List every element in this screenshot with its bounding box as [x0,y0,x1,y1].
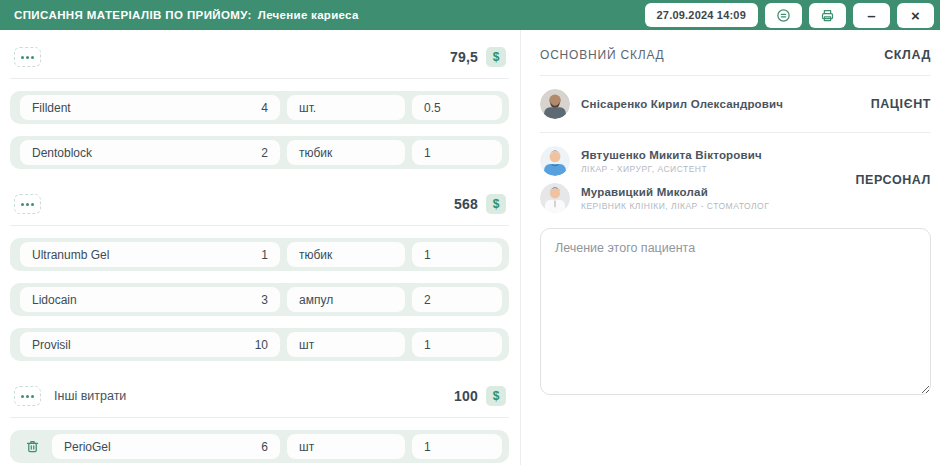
material-rate-field[interactable]: 1 [412,434,502,459]
staff-avatar [540,146,570,176]
material-name: Dentoblock [32,146,92,160]
warehouse-row: ОСНОВНИЙ СКЛАД СКЛАД [540,48,931,62]
material-row: Dentoblock 2 тюбик 1 [10,136,509,169]
staff-role: ЛІКАР - ХИРУРГ, АСИСТЕНТ [581,164,762,174]
close-button[interactable]: × [897,3,934,28]
material-unit-field[interactable]: шт [287,332,405,357]
procedure-name: Лечение кариеса [258,9,359,21]
material-name-field[interactable]: Lidocain 3 [20,287,280,312]
currency-badge: $ [486,386,506,406]
material-rate-field[interactable]: 1 [412,332,502,357]
material-qty: 4 [261,101,268,115]
details-panel: ОСНОВНИЙ СКЛАД СКЛАД Снісаренко Кирил Ол… [521,30,940,465]
material-row: PerioGel 6 шт 1 [10,430,509,463]
warehouse-name[interactable]: ОСНОВНИЙ СКЛАД [540,48,665,62]
group-header: 79,5 $ [10,45,509,69]
print-button[interactable] [809,3,846,28]
equals-circle-icon [776,8,791,23]
group-amount: 568 [454,196,478,212]
material-qty: 6 [261,440,268,454]
material-row: Ultranumb Gel 1 тюбик 1 [10,238,509,271]
writeoff-window: СПИСАННЯ МАТЕРІАЛІВ ПО ПРИЙОМУ: Лечение … [0,0,940,465]
group-label: Інші витрати [54,389,126,403]
material-name-field[interactable]: Provisil 10 [20,332,280,357]
window-title: СПИСАННЯ МАТЕРІАЛІВ ПО ПРИЙОМУ: [14,9,252,21]
material-name: PerioGel [64,440,111,454]
staff-info: Муравицкий Миколай КЕРІВНИК КЛІНІКИ, ЛІК… [581,186,769,211]
patient-avatar [540,89,570,119]
group-options-button[interactable] [14,386,41,406]
material-name-field[interactable]: Filldent 4 [20,95,280,120]
material-qty: 3 [261,293,268,307]
titlebar-controls: 27.09.2024 14:09 – × [645,3,934,28]
divider [540,132,931,133]
minimize-button[interactable]: – [853,3,890,28]
materials-panel: 79,5 $ Filldent 4 шт. 0.5 Dentoblock 2 [0,30,521,465]
material-qty: 10 [255,338,268,352]
group-header: Інші витрати 100 $ [10,384,509,408]
warehouse-label: СКЛАД [884,48,931,62]
divider [540,75,931,76]
patient-row[interactable]: Снісаренко Кирил Олександрович ПАЦІЄНТ [540,89,931,119]
material-rate-field[interactable]: 2 [412,287,502,312]
group-header: 568 $ [10,192,509,216]
notes-button[interactable] [765,3,802,28]
titlebar: СПИСАННЯ МАТЕРІАЛІВ ПО ПРИЙОМУ: Лечение … [0,0,940,30]
datetime-field[interactable]: 27.09.2024 14:09 [645,3,758,27]
material-group-2: 568 $ Ultranumb Gel 1 тюбик 1 Lidocain 3 [10,192,509,361]
staff-info: Явтушенко Микита Вікторович ЛІКАР - ХИРУ… [581,149,762,174]
staff-row[interactable]: Явтушенко Микита Вікторович ЛІКАР - ХИРУ… [540,146,931,176]
material-qty: 1 [261,248,268,262]
divider [10,225,509,226]
group-options-button[interactable] [14,194,41,214]
material-name: Ultranumb Gel [32,248,109,262]
material-unit-field[interactable]: тюбик [287,140,405,165]
group-amount: 79,5 [450,49,478,65]
divider [10,417,509,418]
staff-name: Муравицкий Миколай [581,186,769,198]
material-name-field[interactable]: Dentoblock 2 [20,140,280,165]
material-group-other: Інші витрати 100 $ PerioGel 6 шт [10,384,509,463]
staff-row[interactable]: Муравицкий Миколай КЕРІВНИК КЛІНІКИ, ЛІК… [540,183,931,213]
material-name-field[interactable]: Ultranumb Gel 1 [20,242,280,267]
material-rate-field[interactable]: 1 [412,242,502,267]
material-unit-field[interactable]: шт. [287,95,405,120]
group-amount: 100 [454,388,478,404]
currency-badge: $ [486,194,506,214]
note-textarea[interactable]: Лечение этого пациента [540,228,931,395]
staff-name: Явтушенко Микита Вікторович [581,149,762,161]
personnel-section: Явтушенко Микита Вікторович ЛІКАР - ХИРУ… [540,146,931,213]
material-row: Provisil 10 шт 1 [10,328,509,361]
patient-label: ПАЦІЄНТ [871,97,931,111]
material-name: Filldent [32,101,71,115]
material-name-field[interactable]: PerioGel 6 [52,434,280,459]
material-rate-field[interactable]: 1 [412,140,502,165]
material-unit-field[interactable]: шт [287,434,405,459]
trash-icon [25,439,40,454]
divider [10,78,509,79]
material-row: Lidocain 3 ампул 2 [10,283,509,316]
staff-role: КЕРІВНИК КЛІНІКИ, ЛІКАР - СТОМАТОЛОГ [581,201,769,211]
staff-avatar [540,183,570,213]
printer-icon [820,8,835,23]
material-group-1: 79,5 $ Filldent 4 шт. 0.5 Dentoblock 2 [10,45,509,169]
material-row: Filldent 4 шт. 0.5 [10,91,509,124]
material-name: Lidocain [32,293,77,307]
material-rate-field[interactable]: 0.5 [412,95,502,120]
material-qty: 2 [261,146,268,160]
main-content: 79,5 $ Filldent 4 шт. 0.5 Dentoblock 2 [0,30,940,465]
delete-row-button[interactable] [21,436,43,458]
material-unit-field[interactable]: тюбик [287,242,405,267]
material-unit-field[interactable]: ампул [287,287,405,312]
group-options-button[interactable] [14,47,41,67]
material-name: Provisil [32,338,71,352]
patient-name: Снісаренко Кирил Олександрович [581,98,783,110]
personnel-label: ПЕРСОНАЛ [855,173,931,187]
currency-badge: $ [486,47,506,67]
